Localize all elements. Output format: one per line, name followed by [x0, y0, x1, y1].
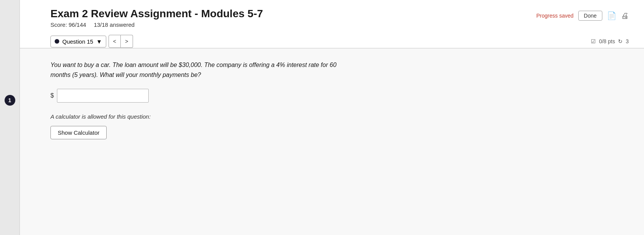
- next-question-button[interactable]: >: [121, 35, 133, 48]
- pts-info: ☑ 0/8 pts ↻ 3: [591, 38, 629, 44]
- sidebar-number: 1: [5, 95, 15, 106]
- answer-input-row: $: [50, 89, 613, 103]
- exam-title: Exam 2 Review Assignment - Modules 5-7: [50, 8, 263, 20]
- answered-label: 13/18 answered: [94, 21, 135, 28]
- retry-icon: ↻: [618, 38, 623, 44]
- pts-label: 0/8 pts: [599, 38, 615, 44]
- score-info: Score: 96/144 13/18 answered: [50, 21, 263, 28]
- answer-input[interactable]: [57, 89, 149, 103]
- done-button[interactable]: Done: [578, 11, 602, 21]
- prev-question-button[interactable]: <: [109, 35, 121, 48]
- check-icon: ☑: [591, 38, 596, 44]
- dollar-sign: $: [50, 92, 54, 99]
- sidebar: 1: [0, 0, 20, 235]
- retry-count: 3: [626, 38, 629, 44]
- title-area: Exam 2 Review Assignment - Modules 5-7 S…: [50, 8, 263, 28]
- question-dot: [55, 39, 59, 44]
- header-actions: Progress saved Done 📄 🖨: [536, 8, 629, 21]
- bookmark-icon[interactable]: 📄: [607, 11, 616, 20]
- nav-arrows-group: < >: [109, 35, 133, 48]
- main-content: Exam 2 Review Assignment - Modules 5-7 S…: [20, 0, 644, 235]
- content-area: You want to buy a car. The loan amount w…: [20, 49, 644, 235]
- print-icon[interactable]: 🖨: [621, 11, 629, 20]
- question-nav-bar: Question 15 ▼ < > ☑ 0/8 pts ↻ 3: [50, 31, 629, 48]
- question-nav-left: Question 15 ▼ < >: [50, 35, 133, 48]
- progress-saved-text: Progress saved: [536, 13, 573, 19]
- header-top: Exam 2 Review Assignment - Modules 5-7 S…: [50, 8, 629, 31]
- calculator-note: A calculator is allowed for this questio…: [50, 113, 613, 120]
- question-label: Question 15: [62, 38, 93, 45]
- show-calculator-button[interactable]: Show Calculator: [50, 126, 107, 139]
- score-label: Score: 96/144: [50, 21, 86, 28]
- question-text: You want to buy a car. The loan amount w…: [50, 60, 337, 80]
- header-section: Exam 2 Review Assignment - Modules 5-7 S…: [20, 0, 644, 48]
- dropdown-arrow-icon: ▼: [96, 38, 102, 45]
- question-selector[interactable]: Question 15 ▼: [50, 36, 106, 47]
